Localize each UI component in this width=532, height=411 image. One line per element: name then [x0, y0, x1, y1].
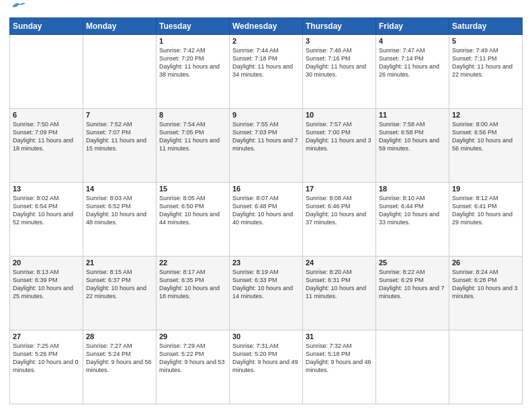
- day-number: 12: [452, 111, 519, 119]
- day-number: 1: [159, 37, 226, 45]
- day-cell: 30Sunrise: 7:31 AM Sunset: 5:20 PM Dayli…: [230, 330, 303, 404]
- day-info: Sunrise: 8:12 AM Sunset: 6:41 PM Dayligh…: [452, 194, 519, 227]
- day-cell: 8Sunrise: 7:54 AM Sunset: 7:05 PM Daylig…: [157, 109, 230, 183]
- day-number: 25: [379, 259, 446, 267]
- day-cell: 10Sunrise: 7:57 AM Sunset: 7:00 PM Dayli…: [303, 109, 376, 183]
- day-cell: 22Sunrise: 8:17 AM Sunset: 6:35 PM Dayli…: [157, 257, 230, 330]
- day-cell: 17Sunrise: 8:08 AM Sunset: 6:46 PM Dayli…: [303, 183, 376, 257]
- logo: [9, 7, 26, 12]
- weekday-header-friday: Friday: [376, 18, 449, 35]
- day-cell: 13Sunrise: 8:02 AM Sunset: 6:54 PM Dayli…: [10, 183, 83, 257]
- day-number: 16: [232, 185, 300, 193]
- weekday-header-thursday: Thursday: [303, 18, 376, 35]
- day-cell: 9Sunrise: 7:55 AM Sunset: 7:03 PM Daylig…: [230, 109, 303, 183]
- logo-bird-icon: [11, 1, 26, 12]
- day-number: 8: [159, 111, 226, 119]
- day-info: Sunrise: 7:58 AM Sunset: 6:58 PM Dayligh…: [379, 120, 446, 153]
- week-row-5: 27Sunrise: 7:25 AM Sunset: 5:26 PM Dayli…: [10, 330, 523, 404]
- day-info: Sunrise: 8:10 AM Sunset: 6:44 PM Dayligh…: [379, 194, 446, 227]
- day-number: 6: [13, 111, 80, 119]
- day-cell: 3Sunrise: 7:46 AM Sunset: 7:16 PM Daylig…: [303, 35, 376, 109]
- day-info: Sunrise: 8:22 AM Sunset: 6:29 PM Dayligh…: [379, 268, 446, 301]
- day-number: 30: [232, 332, 300, 340]
- day-cell: 11Sunrise: 7:58 AM Sunset: 6:58 PM Dayli…: [376, 109, 449, 183]
- day-cell: [376, 330, 449, 404]
- day-number: 10: [306, 111, 373, 119]
- day-number: 3: [306, 37, 373, 45]
- day-info: Sunrise: 7:42 AM Sunset: 7:20 PM Dayligh…: [159, 46, 226, 79]
- day-number: 27: [13, 332, 80, 340]
- day-cell: 12Sunrise: 8:00 AM Sunset: 6:56 PM Dayli…: [449, 109, 523, 183]
- day-number: 24: [306, 259, 373, 267]
- day-number: 17: [306, 185, 373, 193]
- week-row-2: 6Sunrise: 7:50 AM Sunset: 7:09 PM Daylig…: [10, 109, 523, 183]
- day-info: Sunrise: 7:55 AM Sunset: 7:03 PM Dayligh…: [232, 120, 300, 153]
- day-number: 15: [159, 185, 226, 193]
- page: SundayMondayTuesdayWednesdayThursdayFrid…: [0, 0, 532, 411]
- day-number: 14: [86, 185, 153, 193]
- day-cell: 27Sunrise: 7:25 AM Sunset: 5:26 PM Dayli…: [10, 330, 83, 404]
- day-info: Sunrise: 8:07 AM Sunset: 6:48 PM Dayligh…: [232, 194, 300, 227]
- day-cell: 18Sunrise: 8:10 AM Sunset: 6:44 PM Dayli…: [376, 183, 449, 257]
- calendar-table: SundayMondayTuesdayWednesdayThursdayFrid…: [9, 17, 523, 404]
- day-info: Sunrise: 7:54 AM Sunset: 7:05 PM Dayligh…: [159, 120, 226, 153]
- weekday-header-row: SundayMondayTuesdayWednesdayThursdayFrid…: [10, 18, 523, 35]
- day-number: 18: [379, 185, 446, 193]
- day-info: Sunrise: 8:02 AM Sunset: 6:54 PM Dayligh…: [13, 194, 80, 227]
- day-info: Sunrise: 7:52 AM Sunset: 7:07 PM Dayligh…: [86, 120, 153, 153]
- day-info: Sunrise: 8:15 AM Sunset: 6:37 PM Dayligh…: [86, 268, 153, 301]
- day-info: Sunrise: 7:50 AM Sunset: 7:09 PM Dayligh…: [13, 120, 80, 153]
- day-info: Sunrise: 7:47 AM Sunset: 7:14 PM Dayligh…: [379, 46, 446, 79]
- weekday-header-saturday: Saturday: [449, 18, 523, 35]
- day-cell: 5Sunrise: 7:49 AM Sunset: 7:11 PM Daylig…: [449, 35, 523, 109]
- day-cell: 2Sunrise: 7:44 AM Sunset: 7:18 PM Daylig…: [230, 35, 303, 109]
- weekday-header-wednesday: Wednesday: [230, 18, 303, 35]
- day-cell: [10, 35, 83, 109]
- day-cell: 14Sunrise: 8:03 AM Sunset: 6:52 PM Dayli…: [83, 183, 157, 257]
- day-info: Sunrise: 8:20 AM Sunset: 6:31 PM Dayligh…: [306, 268, 373, 301]
- day-info: Sunrise: 7:57 AM Sunset: 7:00 PM Dayligh…: [306, 120, 373, 153]
- day-number: 28: [86, 332, 153, 340]
- day-info: Sunrise: 8:03 AM Sunset: 6:52 PM Dayligh…: [86, 194, 153, 227]
- day-info: Sunrise: 7:32 AM Sunset: 5:18 PM Dayligh…: [306, 342, 373, 375]
- day-number: 2: [232, 37, 300, 45]
- day-info: Sunrise: 8:05 AM Sunset: 6:50 PM Dayligh…: [159, 194, 226, 227]
- day-info: Sunrise: 7:31 AM Sunset: 5:20 PM Dayligh…: [232, 342, 300, 375]
- day-info: Sunrise: 7:44 AM Sunset: 7:18 PM Dayligh…: [232, 46, 300, 79]
- day-info: Sunrise: 8:24 AM Sunset: 6:28 PM Dayligh…: [452, 268, 519, 301]
- day-cell: 29Sunrise: 7:29 AM Sunset: 5:22 PM Dayli…: [157, 330, 230, 404]
- day-number: 9: [232, 111, 300, 119]
- day-cell: 31Sunrise: 7:32 AM Sunset: 5:18 PM Dayli…: [303, 330, 376, 404]
- weekday-header-sunday: Sunday: [10, 18, 83, 35]
- day-cell: 7Sunrise: 7:52 AM Sunset: 7:07 PM Daylig…: [83, 109, 157, 183]
- day-cell: 25Sunrise: 8:22 AM Sunset: 6:29 PM Dayli…: [376, 257, 449, 330]
- weekday-header-tuesday: Tuesday: [157, 18, 230, 35]
- day-info: Sunrise: 7:49 AM Sunset: 7:11 PM Dayligh…: [452, 46, 519, 79]
- week-row-4: 20Sunrise: 8:13 AM Sunset: 6:39 PM Dayli…: [10, 257, 523, 330]
- day-cell: 15Sunrise: 8:05 AM Sunset: 6:50 PM Dayli…: [157, 183, 230, 257]
- day-number: 21: [86, 259, 153, 267]
- day-cell: 1Sunrise: 7:42 AM Sunset: 7:20 PM Daylig…: [157, 35, 230, 109]
- day-info: Sunrise: 8:00 AM Sunset: 6:56 PM Dayligh…: [452, 120, 519, 153]
- day-info: Sunrise: 7:25 AM Sunset: 5:26 PM Dayligh…: [13, 342, 80, 375]
- weekday-header-monday: Monday: [83, 18, 157, 35]
- day-cell: 23Sunrise: 8:19 AM Sunset: 6:33 PM Dayli…: [230, 257, 303, 330]
- day-number: 26: [452, 259, 519, 267]
- day-cell: [449, 330, 523, 404]
- day-number: 13: [13, 185, 80, 193]
- day-info: Sunrise: 7:27 AM Sunset: 5:24 PM Dayligh…: [86, 342, 153, 375]
- day-cell: 28Sunrise: 7:27 AM Sunset: 5:24 PM Dayli…: [83, 330, 157, 404]
- day-number: 5: [452, 37, 519, 45]
- day-info: Sunrise: 8:13 AM Sunset: 6:39 PM Dayligh…: [13, 268, 80, 301]
- day-cell: 16Sunrise: 8:07 AM Sunset: 6:48 PM Dayli…: [230, 183, 303, 257]
- header: [9, 7, 523, 12]
- day-cell: [83, 35, 157, 109]
- day-number: 20: [13, 259, 80, 267]
- day-number: 22: [159, 259, 226, 267]
- day-info: Sunrise: 8:08 AM Sunset: 6:46 PM Dayligh…: [306, 194, 373, 227]
- day-number: 7: [86, 111, 153, 119]
- day-number: 4: [379, 37, 446, 45]
- day-info: Sunrise: 7:46 AM Sunset: 7:16 PM Dayligh…: [306, 46, 373, 79]
- day-cell: 19Sunrise: 8:12 AM Sunset: 6:41 PM Dayli…: [449, 183, 523, 257]
- day-cell: 4Sunrise: 7:47 AM Sunset: 7:14 PM Daylig…: [376, 35, 449, 109]
